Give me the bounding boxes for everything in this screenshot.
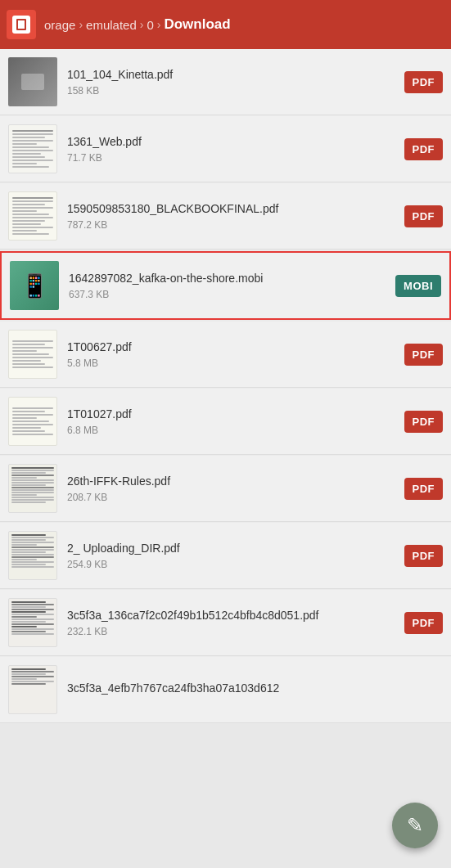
file-thumbnail xyxy=(8,464,57,513)
breadcrumb-sep-1: › xyxy=(79,18,83,31)
file-info: 1590509853180_BLACKBOOKFINAL.pdf 787.2 K… xyxy=(67,201,396,231)
file-thumbnail xyxy=(8,665,57,714)
file-badge-pdf[interactable]: PDF xyxy=(404,205,444,227)
file-size: 787.2 KB xyxy=(67,219,396,231)
file-name: 1361_Web.pdf xyxy=(67,134,396,149)
file-thumbnail xyxy=(8,330,57,379)
file-badge-mobi[interactable]: MOBI xyxy=(395,275,441,297)
file-info: 2_ Uploading_DIR.pdf 254.9 KB xyxy=(67,541,396,570)
file-badge-pdf[interactable]: PDF xyxy=(404,138,444,160)
file-info: 3c5f3a_136ca7f2c02f49b1b512c4bfb4c8d051.… xyxy=(67,608,396,637)
file-badge-pdf[interactable]: PDF xyxy=(404,478,444,500)
app-logo xyxy=(7,10,36,39)
mobi-icon: 📱 xyxy=(20,272,49,299)
breadcrumb-download[interactable]: Download xyxy=(164,16,230,33)
file-name: 1T01027.pdf xyxy=(67,407,396,421)
file-size: 71.7 KB xyxy=(67,152,396,164)
file-thumbnail xyxy=(8,57,57,106)
breadcrumb-sep-2: › xyxy=(140,18,144,31)
file-badge-pdf[interactable]: PDF xyxy=(404,411,444,433)
file-list: 101_104_Kinetta.pdf 158 KB PDF 1 xyxy=(0,49,451,723)
file-name: 1590509853180_BLACKBOOKFINAL.pdf xyxy=(67,201,396,216)
edit-icon: ✎ xyxy=(407,816,423,835)
file-size: 5.8 MB xyxy=(67,358,396,369)
file-size: 254.9 KB xyxy=(67,559,396,570)
file-badge-pdf[interactable]: PDF xyxy=(404,344,444,366)
file-item-kafka[interactable]: 📱 1642897082_kafka-on-the-shore.mobi 637… xyxy=(0,251,451,320)
file-thumbnail: 📱 xyxy=(10,261,59,310)
file-item[interactable]: 1361_Web.pdf 71.7 KB PDF xyxy=(0,116,451,182)
file-badge-pdf[interactable]: PDF xyxy=(404,612,444,634)
file-name: 1642897082_kafka-on-the-shore.mobi xyxy=(69,271,387,286)
file-name: 3c5f3a_136ca7f2c02f49b1b512c4bfb4c8d051.… xyxy=(67,608,396,623)
breadcrumb-sep-3: › xyxy=(157,18,161,31)
file-size: 6.8 MB xyxy=(67,425,396,436)
file-thumbnail xyxy=(8,191,57,241)
file-info: 1T01027.pdf 6.8 MB xyxy=(67,407,396,436)
breadcrumb-0[interactable]: 0 xyxy=(147,18,153,32)
file-item[interactable]: 2_ Uploading_DIR.pdf 254.9 KB PDF xyxy=(0,523,451,589)
breadcrumb: orage › emulated › 0 › Download xyxy=(44,16,444,33)
file-size: 637.3 KB xyxy=(69,289,387,300)
file-name: 3c5f3a_4efb7h767ca24fb3ha07a103d612 xyxy=(67,681,443,695)
file-badge-pdf[interactable]: PDF xyxy=(404,71,444,93)
breadcrumb-storage[interactable]: orage xyxy=(44,18,75,32)
file-badge-pdf[interactable]: PDF xyxy=(404,545,444,567)
file-item[interactable]: 3c5f3a_4efb7h767ca24fb3ha07a103d612 xyxy=(0,657,451,723)
file-item[interactable]: 26th-IFFK-Rules.pdf 208.7 KB PDF xyxy=(0,456,451,522)
file-info: 3c5f3a_4efb7h767ca24fb3ha07a103d612 xyxy=(67,681,443,699)
file-thumbnail xyxy=(8,598,57,647)
file-info: 1T00627.pdf 5.8 MB xyxy=(67,340,396,369)
file-thumbnail xyxy=(8,124,57,173)
app-header: orage › emulated › 0 › Download xyxy=(0,0,451,49)
file-info: 1361_Web.pdf 71.7 KB xyxy=(67,134,396,164)
file-name: 26th-IFFK-Rules.pdf xyxy=(67,474,396,488)
file-name: 2_ Uploading_DIR.pdf xyxy=(67,541,396,555)
file-info: 26th-IFFK-Rules.pdf 208.7 KB xyxy=(67,474,396,503)
file-item[interactable]: 101_104_Kinetta.pdf 158 KB PDF xyxy=(0,49,451,115)
file-item[interactable]: 3c5f3a_136ca7f2c02f49b1b512c4bfb4c8d051.… xyxy=(0,590,451,656)
file-item[interactable]: 1T01027.pdf 6.8 MB PDF xyxy=(0,389,451,455)
file-thumbnail xyxy=(8,397,57,446)
file-name: 1T00627.pdf xyxy=(67,340,396,354)
file-size: 158 KB xyxy=(67,85,396,97)
file-info: 101_104_Kinetta.pdf 158 KB xyxy=(67,67,396,97)
file-item[interactable]: 1T00627.pdf 5.8 MB PDF xyxy=(0,322,451,388)
breadcrumb-emulated[interactable]: emulated xyxy=(86,18,137,32)
file-item[interactable]: 1590509853180_BLACKBOOKFINAL.pdf 787.2 K… xyxy=(0,183,451,250)
file-name: 101_104_Kinetta.pdf xyxy=(67,67,396,82)
file-thumbnail xyxy=(8,531,57,580)
file-info: 1642897082_kafka-on-the-shore.mobi 637.3… xyxy=(69,271,387,300)
file-size: 232.1 KB xyxy=(67,626,396,637)
file-size: 208.7 KB xyxy=(67,492,396,503)
fab-button[interactable]: ✎ xyxy=(392,803,438,848)
